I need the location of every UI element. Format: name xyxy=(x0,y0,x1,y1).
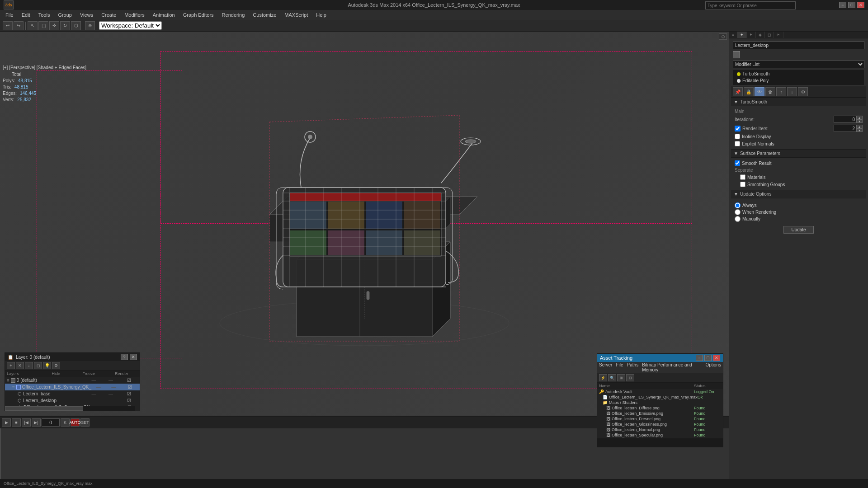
object-name-input[interactable] xyxy=(733,41,864,49)
at-row-maps[interactable]: 📁 Maps / Shaders xyxy=(597,400,723,405)
turbosmoooth-section-header[interactable]: ▼ TurboSmooth xyxy=(731,98,866,106)
always-radio[interactable] xyxy=(735,202,741,208)
maximize-button[interactable]: □ xyxy=(848,2,855,8)
at-row-normal[interactable]: 🖼 Office_lectern_Normal.png Found xyxy=(597,427,723,432)
menu-file[interactable]: File xyxy=(2,10,17,19)
move-button[interactable]: ✛ xyxy=(49,21,59,30)
layer-panel-help[interactable]: ? xyxy=(121,354,128,360)
close-button[interactable]: ✕ xyxy=(857,2,864,8)
tab-create[interactable]: ≡ xyxy=(729,32,737,38)
at-menu-file[interactable]: File xyxy=(616,362,623,372)
at-h-scrollbar[interactable] xyxy=(597,438,723,442)
at-menu-options[interactable]: Options xyxy=(706,362,721,372)
render-iters-down[interactable]: ▼ xyxy=(856,128,863,132)
when-rendering-radio[interactable] xyxy=(735,209,741,215)
tab-motion[interactable]: ◈ xyxy=(756,32,765,38)
menu-graph-editors[interactable]: Graph Editors xyxy=(179,10,217,19)
iterations-input[interactable] xyxy=(834,116,856,123)
at-btn-1[interactable]: ⚡ xyxy=(599,374,607,381)
at-row-diffuse[interactable]: 🖼 Office_lectern_Diffuse.png Found xyxy=(597,405,723,411)
render-iters-checkbox[interactable] xyxy=(735,126,741,131)
materials-checkbox[interactable] xyxy=(740,174,745,180)
key-mode-button[interactable]: K xyxy=(61,418,70,427)
layer-row-base[interactable]: ⬡ Lectern_base — — ☑ xyxy=(5,390,140,397)
explicit-normals-checkbox[interactable] xyxy=(735,141,740,146)
at-btn-4[interactable]: ⊟ xyxy=(626,374,634,381)
manually-radio[interactable] xyxy=(735,216,741,222)
surface-params-header[interactable]: ▼ Surface Parameters xyxy=(731,149,866,158)
play-button[interactable]: ▶ xyxy=(2,418,11,427)
at-minimize-button[interactable]: − xyxy=(696,355,703,361)
layer-row-lectern[interactable]: ≡ Office_Lectern_ILS_Synergy_QK_ — — ☑ xyxy=(5,384,140,390)
at-maximize-button[interactable]: □ xyxy=(704,355,712,361)
update-options-header[interactable]: ▼ Update Options xyxy=(731,190,866,198)
layer-row-default[interactable]: ≡ 0 (default) — — ☑ xyxy=(5,377,140,384)
pin-button[interactable]: 📌 xyxy=(733,87,743,96)
select-button[interactable]: ↖ xyxy=(28,21,38,30)
layer-scrollbar-thumb[interactable] xyxy=(5,406,83,411)
undo-button[interactable]: ↩ xyxy=(3,21,13,30)
at-menu-bitmap[interactable]: Bitmap Performance and Memory xyxy=(642,362,702,372)
redo-button[interactable]: ↪ xyxy=(14,21,24,30)
rotate-button[interactable]: ↻ xyxy=(60,21,70,30)
layer-highlight-button[interactable]: 💡 xyxy=(43,362,51,369)
configure-button[interactable]: ⚙ xyxy=(798,87,808,96)
menu-modifiers[interactable]: Modifiers xyxy=(121,10,148,19)
object-color-swatch[interactable] xyxy=(733,51,740,58)
layer-delete-button[interactable]: ✕ xyxy=(16,362,24,369)
menu-customize[interactable]: Customize xyxy=(249,10,280,19)
menu-edit[interactable]: Edit xyxy=(18,10,34,19)
modifier-delete-button[interactable]: 🗑 xyxy=(765,87,775,96)
modifier-show-button[interactable]: 👁 xyxy=(755,87,764,96)
at-row-vault[interactable]: 🔑 Autodesk Vault Logged On xyxy=(597,389,723,394)
render-iters-up[interactable]: ▲ xyxy=(856,125,863,128)
iterations-up[interactable]: ▲ xyxy=(856,116,863,119)
frame-input[interactable] xyxy=(42,418,60,427)
tab-utilities[interactable]: ✂ xyxy=(774,32,783,38)
layer-row-desktop[interactable]: ⬡ Lectern_desktop — — ☑ xyxy=(5,397,140,404)
reference-coord-button[interactable]: ⊕ xyxy=(85,21,95,30)
layer-settings-button[interactable]: ⚙ xyxy=(52,362,60,369)
menu-help[interactable]: Help xyxy=(312,10,330,19)
at-row-glossiness[interactable]: 🖼 Office_lectern_Glossiness.png Found xyxy=(597,422,723,427)
auto-key-button[interactable]: AUTO xyxy=(71,418,80,427)
smoothing-groups-checkbox[interactable] xyxy=(740,182,745,187)
tab-modify[interactable]: ✦ xyxy=(737,32,747,38)
modifier-up-button[interactable]: ↑ xyxy=(776,87,786,96)
render-iters-input[interactable] xyxy=(834,125,856,132)
menu-rendering[interactable]: Rendering xyxy=(218,10,249,19)
modifier-turbosmooth[interactable]: TurboSmooth xyxy=(734,70,863,77)
isoline-display-checkbox[interactable] xyxy=(735,134,740,139)
update-button[interactable]: Update xyxy=(783,226,813,234)
next-frame-button[interactable]: ▶| xyxy=(32,418,41,427)
app-menu-button[interactable]: 3ds xyxy=(4,0,14,9)
at-close-button[interactable]: ✕ xyxy=(713,355,720,361)
layer-new-button[interactable]: + xyxy=(7,362,15,369)
menu-create[interactable]: Create xyxy=(98,10,120,19)
minimize-button[interactable]: − xyxy=(839,2,846,8)
at-row-specular[interactable]: 🖼 Office_lectern_Specular.png Found xyxy=(597,432,723,438)
menu-group[interactable]: Group xyxy=(54,10,75,19)
tab-display[interactable]: ◻ xyxy=(765,32,774,38)
viewport-maximize-button[interactable]: ⬡ xyxy=(719,33,727,40)
modifier-editable-poly[interactable]: Editable Poly xyxy=(734,77,863,84)
layer-h-scrollbar[interactable] xyxy=(5,406,135,411)
at-btn-3[interactable]: ⊞ xyxy=(617,374,625,381)
select-region-button[interactable]: ⬚ xyxy=(38,21,48,30)
menu-maxscript[interactable]: MAXScript xyxy=(281,10,311,19)
menu-animation[interactable]: Animation xyxy=(149,10,179,19)
stop-button[interactable]: ■ xyxy=(12,418,21,427)
modifier-list-dropdown[interactable]: Modifier List xyxy=(733,60,864,68)
menu-views[interactable]: Views xyxy=(76,10,97,19)
layer-add-selection-button[interactable]: ↓ xyxy=(25,362,33,369)
prev-frame-button[interactable]: |◀ xyxy=(22,418,31,427)
tab-hierarchy[interactable]: H xyxy=(747,32,756,38)
layer-select-button[interactable]: ◻ xyxy=(34,362,42,369)
workspace-dropdown[interactable]: Workspace: Default xyxy=(99,21,162,30)
modifier-lock-button[interactable]: 🔒 xyxy=(744,87,754,96)
at-row-emissive[interactable]: 🖼 Office_lectern_Emissive.png Found xyxy=(597,411,723,416)
smooth-result-checkbox[interactable] xyxy=(735,160,740,166)
set-key-button[interactable]: SET xyxy=(80,418,90,427)
modifier-down-button[interactable]: ↓ xyxy=(787,87,797,96)
layer-panel-close[interactable]: ✕ xyxy=(130,354,137,360)
